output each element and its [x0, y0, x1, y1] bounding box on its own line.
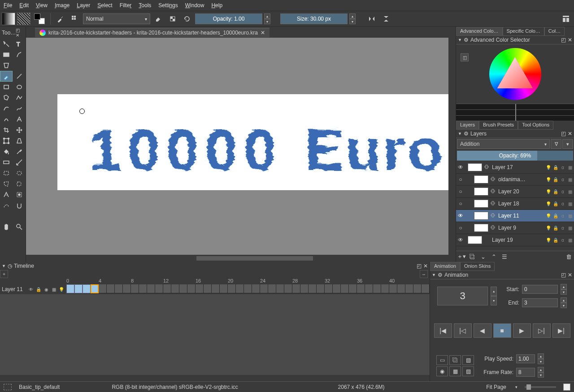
layer-properties-button[interactable]: ☰ — [500, 252, 509, 261]
tool-freehand-brush[interactable] — [0, 71, 13, 82]
end-input[interactable] — [522, 298, 558, 307]
frame-cell[interactable] — [204, 284, 212, 293]
current-frame-display[interactable]: 3 — [437, 287, 488, 305]
lock-icon[interactable]: 🔒 — [552, 164, 559, 170]
tab-tool-options[interactable]: Tool Options — [518, 121, 553, 130]
frame-cell[interactable] — [422, 284, 430, 293]
tool-text[interactable]: T — [13, 39, 26, 49]
tool-rectangle[interactable] — [0, 82, 13, 92]
layer-name[interactable]: Layer 17 — [492, 164, 544, 170]
layer-row[interactable]: ○ Layer 18 💡 🔒 α ▦ — [456, 198, 574, 210]
workspace-chooser[interactable] — [560, 13, 572, 25]
horizontal-scrollbar[interactable] — [26, 255, 456, 262]
reload-preset[interactable] — [181, 13, 193, 25]
tool-gradient[interactable] — [0, 157, 13, 168]
tool-polyline[interactable] — [13, 92, 26, 103]
bulb-icon[interactable]: 💡 — [545, 176, 552, 183]
layer-name[interactable]: oldanima… — [498, 176, 544, 183]
layer-name[interactable]: Layer 9 — [498, 225, 544, 231]
frame-cell[interactable] — [317, 284, 325, 293]
frame-rate-spinner[interactable]: ▲▼ — [538, 367, 544, 378]
tool-dynamic-brush[interactable] — [0, 114, 13, 125]
gradient-preset[interactable] — [2, 13, 15, 25]
layer-filter-button[interactable]: ∇ — [551, 139, 561, 149]
move-layer-up[interactable]: ⌃ — [489, 252, 498, 261]
close-tab-icon[interactable]: ✕ — [261, 30, 265, 36]
gear-icon[interactable]: ⚙ — [464, 131, 469, 137]
frame-cell[interactable] — [365, 284, 373, 293]
tool-select-poly[interactable] — [0, 179, 13, 189]
tool-select-free[interactable] — [13, 179, 26, 189]
tool-transform[interactable] — [0, 39, 13, 49]
track-header[interactable]: Layer 11 👁 🔒 ◉ ▦ 💡 — [0, 284, 66, 294]
tab-animation[interactable]: Animation — [430, 262, 460, 271]
lock-icon[interactable]: 🔒 — [552, 237, 559, 243]
auto-frame-icon[interactable]: ▦ — [449, 366, 461, 376]
color-shade-bars[interactable] — [456, 104, 574, 121]
tool-select-similar[interactable] — [13, 189, 26, 200]
bulb-icon[interactable]: 💡 — [545, 237, 552, 243]
document-tab[interactable]: krita-2016-cute-kickstarter-headers - kr… — [35, 28, 270, 37]
layer-name[interactable]: Layer 11 — [498, 213, 544, 219]
close-docker-icon[interactable]: ✕ — [568, 131, 572, 137]
mirror-vertical[interactable] — [380, 13, 392, 25]
timeline-zoom-button[interactable]: ↔ — [420, 270, 428, 278]
float-docker-icon[interactable]: ◰ — [561, 37, 566, 43]
blend-mode-dropdown[interactable]: Normal — [83, 13, 150, 24]
add-layer-button[interactable]: ＋▾ — [457, 252, 466, 261]
inherit-alpha-icon[interactable]: ▦ — [567, 188, 573, 195]
first-frame-button[interactable]: |◀ — [434, 323, 452, 338]
tool-select-contiguous[interactable] — [0, 189, 13, 200]
visibility-toggle[interactable]: 👁 — [457, 164, 464, 170]
duplicate-frame-icon[interactable]: ⿻ — [449, 355, 461, 365]
inherit-alpha-icon[interactable]: ▦ — [567, 176, 573, 183]
tab-onion-skins[interactable]: Onion Skins — [460, 262, 495, 271]
frame-cell[interactable] — [131, 284, 139, 293]
brush-engine-button[interactable] — [69, 13, 81, 25]
alpha-icon[interactable]: α — [560, 225, 566, 231]
frame-cell[interactable] — [123, 284, 131, 293]
frame-cell[interactable] — [325, 284, 333, 293]
visibility-toggle[interactable]: ○ — [457, 188, 464, 195]
inherit-alpha-icon[interactable]: ▦ — [567, 200, 573, 207]
start-input[interactable] — [522, 285, 558, 294]
prev-frame-button[interactable]: ◀ — [474, 323, 491, 338]
inherit-alpha-icon[interactable]: ▦ — [567, 237, 573, 243]
timeline-ruler[interactable]: 0481216202428323640 — [0, 278, 430, 284]
delete-layer-button[interactable]: 🗑 — [564, 252, 573, 261]
frame-cell[interactable] — [300, 284, 309, 293]
tab-specific-color[interactable]: Specific Colo… — [503, 27, 544, 36]
frame-cell[interactable] — [228, 284, 236, 293]
frame-cell[interactable] — [212, 284, 220, 293]
add-frame-button[interactable]: ＋ — [0, 270, 8, 278]
bulb-icon[interactable]: 💡 — [545, 164, 552, 170]
canvas-viewport[interactable]: 1 0 0 0 0 E u r o — [26, 38, 456, 255]
mirror-horizontal[interactable] — [365, 13, 378, 25]
zoom-reset-button[interactable] — [563, 383, 570, 391]
menu-view[interactable]: View — [36, 2, 48, 9]
tool-ellipse[interactable] — [13, 82, 26, 92]
zoom-dropdown[interactable]: Fit Page — [484, 383, 508, 391]
alpha-icon[interactable]: α — [560, 164, 566, 170]
bulb-icon[interactable]: 💡 — [58, 286, 65, 292]
alpha-icon[interactable]: α — [560, 200, 566, 207]
lock-icon[interactable]: 🔒 — [35, 286, 42, 292]
layer-row[interactable]: ○ oldanima… 💡 🔒 α ▦ — [456, 174, 574, 186]
frame-cell[interactable] — [357, 284, 365, 293]
frame-cell[interactable] — [284, 284, 292, 293]
tool-freehand-path[interactable] — [13, 103, 26, 114]
menu-filter[interactable]: Filter — [120, 2, 132, 9]
brush-preset-button[interactable] — [54, 13, 67, 25]
menu-layer[interactable]: Layer — [77, 2, 90, 9]
menu-settings[interactable]: Settings — [158, 2, 178, 9]
tool-select-rect[interactable] — [0, 168, 13, 179]
tool-crop[interactable] — [0, 125, 13, 135]
bulb-icon[interactable]: 💡 — [545, 188, 552, 195]
visibility-toggle[interactable]: ○ — [457, 225, 464, 231]
close-docker-icon[interactable]: ✕ — [423, 263, 428, 269]
play-button[interactable]: ▶ — [513, 323, 531, 338]
lock-icon[interactable]: 🔒 — [552, 225, 559, 231]
lock-icon[interactable]: 🔒 — [552, 188, 559, 195]
frame-cell[interactable] — [187, 284, 196, 293]
frame-cell[interactable] — [220, 284, 228, 293]
